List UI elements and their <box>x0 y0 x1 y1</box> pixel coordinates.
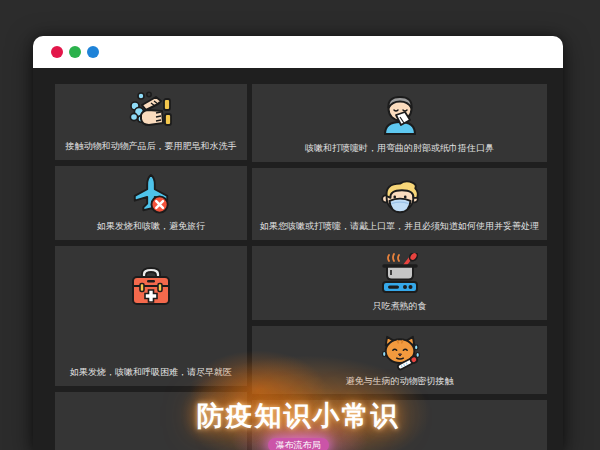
window-control-red-dot[interactable] <box>51 46 63 58</box>
card-sick-animal: 避免与生病的动物密切接触 <box>252 326 547 394</box>
browser-window: 接触动物和动物产品后，要用肥皂和水洗手 如果发烧和咳嗽，避免旅行 <box>33 36 563 450</box>
wash-hands-icon <box>128 91 174 131</box>
first-aid-kit-icon <box>128 266 174 308</box>
card-caption: 接触动物和动物产品后，要用肥皂和水洗手 <box>66 140 237 152</box>
no-travel-icon <box>130 173 172 215</box>
card-face-mask: 如果您咳嗽或打喷嚏，请戴上口罩，并且必须知道如何使用并妥善处理 <box>252 168 547 240</box>
card-caption: 如果发烧和咳嗽，避免旅行 <box>97 220 205 232</box>
cover-mouth-sneeze-icon <box>378 91 422 135</box>
card-wash-hands: 接触动物和动物产品后，要用肥皂和水洗手 <box>55 84 247 160</box>
face-mask-icon <box>377 175 423 217</box>
window-titlebar <box>33 36 563 68</box>
layout-badge: 瀑布流布局 <box>268 438 329 450</box>
card-caption: 如果您咳嗽或打喷嚏，请戴上口罩，并且必须知道如何使用并妥善处理 <box>260 220 539 232</box>
card-caption: 咳嗽和打喷嚏时，用弯曲的肘部或纸巾捂住口鼻 <box>305 142 494 154</box>
cooked-food-icon <box>377 253 423 295</box>
window-control-blue-dot[interactable] <box>87 46 99 58</box>
card-cooked-food: 只吃煮熟的食 <box>252 246 547 320</box>
window-control-green-dot[interactable] <box>69 46 81 58</box>
masonry-column-right: 咳嗽和打喷嚏时，用弯曲的肘部或纸巾捂住口鼻 如果您咳嗽或打喷嚏，请 <box>252 84 547 450</box>
footer-overlay: 防疫知识小常识 瀑布流布局 <box>33 398 563 450</box>
card-cover-sneeze: 咳嗽和打喷嚏时，用弯曲的肘部或纸巾捂住口鼻 <box>252 84 547 162</box>
page-title: 防疫知识小常识 <box>33 398 563 434</box>
card-first-aid: 如果发烧，咳嗽和呼吸困难，请尽早就医 <box>55 246 247 386</box>
page-content: 接触动物和动物产品后，要用肥皂和水洗手 如果发烧和咳嗽，避免旅行 <box>33 68 563 450</box>
card-no-travel: 如果发烧和咳嗽，避免旅行 <box>55 166 247 240</box>
card-caption: 只吃煮熟的食 <box>373 300 427 312</box>
card-caption: 如果发烧，咳嗽和呼吸困难，请尽早就医 <box>70 366 232 378</box>
card-caption: 避免与生病的动物密切接触 <box>346 375 454 387</box>
masonry-column-left: 接触动物和动物产品后，要用肥皂和水洗手 如果发烧和咳嗽，避免旅行 <box>55 84 247 450</box>
sick-animal-icon <box>377 333 423 375</box>
